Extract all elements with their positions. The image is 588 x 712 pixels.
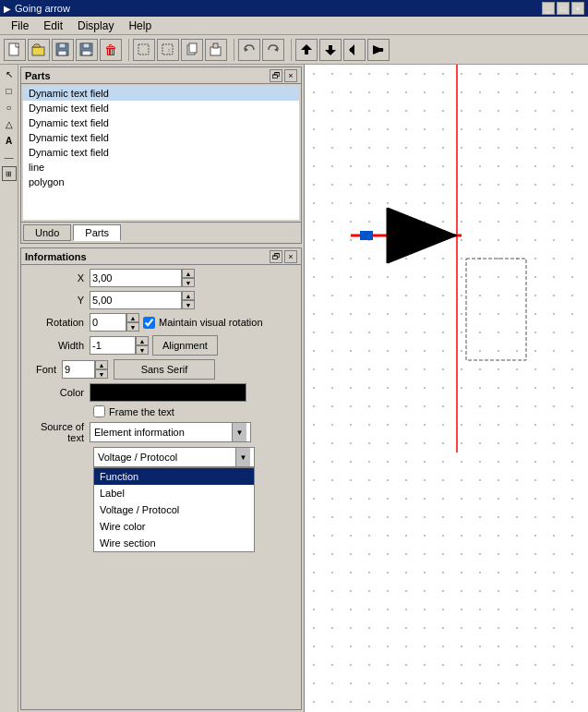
rotation-spinner-btns: ▲ ▼ <box>126 313 139 332</box>
font-name-button[interactable]: Sans Serif <box>114 359 215 380</box>
toolbar-select1[interactable] <box>133 39 155 61</box>
svg-rect-20 <box>305 50 308 54</box>
minimize-button[interactable]: _ <box>542 2 555 15</box>
info-panel-header: Informations 🗗 × <box>21 248 301 265</box>
info-panel-title: Informations <box>25 251 268 262</box>
svg-rect-22 <box>329 45 332 50</box>
svg-rect-31 <box>360 231 373 240</box>
font-up[interactable]: ▲ <box>95 360 108 369</box>
svg-rect-16 <box>213 43 218 48</box>
tab-parts[interactable]: Parts <box>73 224 121 241</box>
rotation-down[interactable]: ▼ <box>126 322 139 332</box>
svg-rect-0 <box>9 43 18 55</box>
x-spinner: 3,00 ▲ ▼ <box>90 269 195 287</box>
font-label: Font <box>25 364 62 375</box>
font-down[interactable]: ▼ <box>95 369 108 379</box>
svg-marker-21 <box>325 50 336 55</box>
toolbar-sep3 <box>288 39 292 61</box>
rotation-up[interactable]: ▲ <box>126 313 139 322</box>
tool-rect[interactable]: □ <box>2 83 17 98</box>
rotation-label: Rotation <box>25 317 90 328</box>
toolbar-undo[interactable] <box>238 39 260 61</box>
rotation-input[interactable]: 0 <box>90 313 126 332</box>
close-button[interactable]: × <box>571 2 584 15</box>
parts-panel: Parts 🗗 × Dynamic text field Dynamic tex… <box>20 66 302 244</box>
x-down[interactable]: ▼ <box>182 278 195 287</box>
maximize-button[interactable]: □ <box>557 2 570 15</box>
protocol-dropdown-arrow: ▼ <box>235 448 250 466</box>
dropdown-item-0[interactable]: Function <box>94 468 254 485</box>
parts-item-0[interactable]: Dynamic text field <box>23 86 299 101</box>
parts-item-2[interactable]: Dynamic text field <box>23 115 299 130</box>
dropdown-item-3[interactable]: Wire color <box>94 518 254 535</box>
x-up[interactable]: ▲ <box>182 269 195 278</box>
alignment-button[interactable]: Alignment <box>152 335 218 356</box>
tab-undo[interactable]: Undo <box>23 224 71 241</box>
color-picker[interactable] <box>90 383 246 402</box>
menu-display[interactable]: Display <box>70 18 121 34</box>
y-input[interactable]: 5,00 <box>90 291 182 309</box>
maintain-checkbox[interactable]: Maintain visual rotation <box>143 317 263 329</box>
width-input[interactable]: -1 <box>90 336 136 355</box>
maintain-check[interactable] <box>143 317 155 329</box>
svg-marker-17 <box>245 47 248 52</box>
tool-text[interactable]: A <box>2 133 17 148</box>
protocol-value: Voltage / Protocol <box>98 452 177 463</box>
toolbar-paste[interactable] <box>205 39 227 61</box>
tool-line[interactable]: — <box>2 150 17 164</box>
protocol-dropdown[interactable]: Voltage / Protocol ▼ <box>93 447 255 467</box>
parts-panel-close[interactable]: × <box>284 69 297 82</box>
y-up[interactable]: ▲ <box>182 291 195 300</box>
tool-input[interactable]: ⊞ <box>2 166 17 181</box>
width-up[interactable]: ▲ <box>136 336 149 345</box>
svg-rect-24 <box>350 48 354 52</box>
title-bar-title: Going arrow <box>15 3 542 14</box>
menu-help[interactable]: Help <box>121 18 159 34</box>
width-row: Width -1 ▲ ▼ Alignment <box>25 335 297 356</box>
toolbar-save[interactable] <box>52 39 74 61</box>
dropdown-item-4[interactable]: Wire section <box>94 535 254 551</box>
source-dropdown[interactable]: Element information ▼ <box>90 422 251 442</box>
font-size-input[interactable]: 9 <box>62 360 95 379</box>
menu-edit[interactable]: Edit <box>36 18 70 34</box>
tool-circle[interactable]: ○ <box>2 100 17 115</box>
title-bar-icon: ▶ <box>4 4 11 14</box>
y-down[interactable]: ▼ <box>182 300 195 309</box>
parts-item-3[interactable]: Dynamic text field <box>23 130 299 145</box>
frame-check[interactable] <box>93 405 105 417</box>
toolbar-saveas[interactable]: + <box>76 39 98 61</box>
tool-poly[interactable]: △ <box>2 116 17 131</box>
y-spinner-btns: ▲ ▼ <box>182 291 195 309</box>
toolbar-redo[interactable] <box>262 39 284 61</box>
x-input[interactable]: 3,00 <box>90 269 182 287</box>
rotation-group: 0 ▲ ▼ Maintain visual rotation <box>90 313 263 332</box>
tool-arrow[interactable]: ↖ <box>2 66 17 81</box>
info-panel-restore[interactable]: 🗗 <box>270 250 282 263</box>
parts-item-5[interactable]: line <box>23 160 299 175</box>
toolbar-tool3[interactable] <box>343 39 366 61</box>
canvas-area[interactable] <box>305 65 588 712</box>
parts-item-6[interactable]: polygon <box>23 175 299 189</box>
y-label: Y <box>25 295 90 306</box>
toolbar-new[interactable] <box>4 39 26 61</box>
dropdown-list: Function Label Voltage / Protocol Wire c… <box>93 467 255 552</box>
parts-item-1[interactable]: Dynamic text field <box>23 101 299 115</box>
width-spinner-btns: ▲ ▼ <box>136 336 149 355</box>
toolbar-tool1[interactable] <box>295 39 318 61</box>
parts-item-4[interactable]: Dynamic text field <box>23 145 299 160</box>
font-row: Font 9 ▲ ▼ Sans Serif <box>25 359 297 380</box>
menu-bar: File Edit Display Help <box>0 17 588 35</box>
toolbar-open[interactable] <box>28 39 50 61</box>
parts-list[interactable]: Dynamic text field Dynamic text field Dy… <box>23 86 299 220</box>
toolbar-tool4[interactable] <box>367 39 390 61</box>
toolbar-copy[interactable] <box>181 39 203 61</box>
parts-panel-restore[interactable]: 🗗 <box>270 69 282 82</box>
toolbar-select2[interactable]: ⋮ <box>157 39 179 61</box>
dropdown-item-1[interactable]: Label <box>94 485 254 501</box>
width-down[interactable]: ▼ <box>136 345 149 355</box>
menu-file[interactable]: File <box>4 18 36 34</box>
toolbar-tool2[interactable] <box>319 39 342 61</box>
dropdown-item-2[interactable]: Voltage / Protocol <box>94 501 254 518</box>
info-panel-close[interactable]: × <box>284 250 297 263</box>
toolbar-delete[interactable]: 🗑 <box>100 39 122 61</box>
